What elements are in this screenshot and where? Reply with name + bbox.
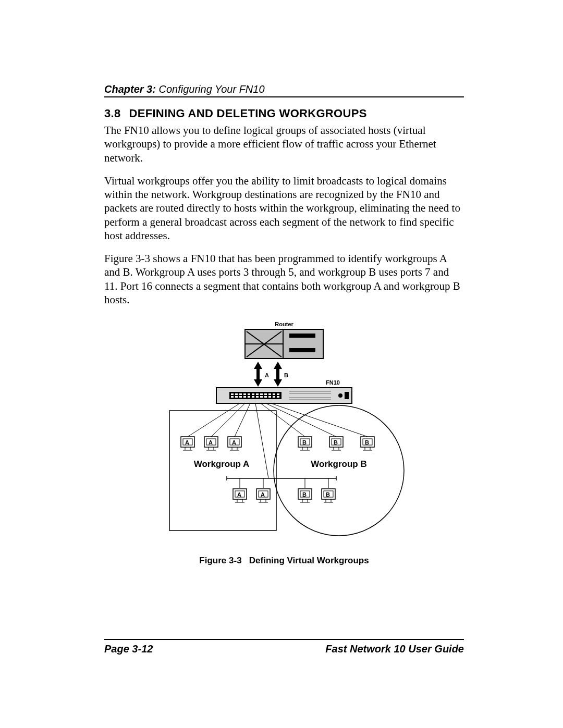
figure-diagram: Router A B FN10 xyxy=(149,322,420,566)
host-a5-label: A xyxy=(261,491,265,498)
svg-rect-21 xyxy=(273,393,275,395)
svg-rect-14 xyxy=(243,393,246,395)
host-b4-label: B xyxy=(302,491,307,498)
svg-rect-16 xyxy=(252,393,254,395)
router-label: Router xyxy=(275,322,293,327)
paragraph-3: Figure 3-3 shows a FN10 that has been pr… xyxy=(104,252,464,306)
paragraph-1: The FN10 allows you to define logical gr… xyxy=(104,124,464,165)
svg-rect-32 xyxy=(268,396,271,398)
svg-rect-40 xyxy=(345,392,349,399)
svg-rect-5 xyxy=(289,334,315,338)
chapter-title: Configuring Your FN10 xyxy=(158,83,264,95)
svg-rect-23 xyxy=(231,396,234,398)
workgroup-a-label: Workgroup A xyxy=(194,459,250,469)
svg-rect-31 xyxy=(264,396,267,398)
svg-rect-30 xyxy=(260,396,263,398)
svg-rect-18 xyxy=(260,393,263,395)
svg-line-41 xyxy=(188,403,240,437)
workgroups-diagram-svg: Router A B FN10 xyxy=(149,322,420,541)
host-b5-label: B xyxy=(326,491,330,498)
svg-rect-22 xyxy=(277,393,279,395)
svg-rect-29 xyxy=(256,396,259,398)
page-footer: Page 3-12 Fast Network 10 User Guide xyxy=(104,639,464,655)
svg-line-42 xyxy=(211,403,245,437)
arrow-a-icon xyxy=(254,362,262,387)
arrow-a-label: A xyxy=(265,372,269,378)
fn10-label: FN10 xyxy=(326,379,340,386)
svg-marker-8 xyxy=(274,362,282,387)
svg-rect-13 xyxy=(239,393,242,395)
host-b3-label: B xyxy=(365,439,369,446)
host-b1-label: B xyxy=(302,439,307,446)
workgroup-a-boundary xyxy=(169,411,276,530)
svg-rect-20 xyxy=(268,393,271,395)
host-a2-label: A xyxy=(209,439,213,446)
svg-rect-17 xyxy=(256,393,259,395)
host-b2-label: B xyxy=(334,439,338,446)
figure-caption-prefix: Figure 3-3 xyxy=(199,556,241,565)
svg-rect-24 xyxy=(235,396,238,398)
svg-line-44 xyxy=(255,403,268,478)
svg-rect-25 xyxy=(239,396,242,398)
section-heading: 3.8DEFINING AND DELETING WORKGROUPS xyxy=(104,107,464,120)
figure-caption: Figure 3-3 Defining Virtual Workgroups xyxy=(149,556,420,566)
host-a1-label: A xyxy=(185,439,189,446)
host-a4-label: A xyxy=(237,491,241,498)
svg-marker-7 xyxy=(254,362,262,387)
svg-rect-10 xyxy=(229,392,282,399)
chapter-header: Chapter 3: Configuring Your FN10 xyxy=(104,83,464,97)
section-title: DEFINING AND DELETING WORKGROUPS xyxy=(129,107,366,120)
host-row-bottom: A A B B xyxy=(233,489,335,502)
footer-guide: Fast Network 10 User Guide xyxy=(325,643,464,655)
arrow-b-icon xyxy=(274,362,282,387)
router-icon xyxy=(245,329,323,359)
svg-rect-19 xyxy=(264,393,267,395)
svg-rect-11 xyxy=(231,393,234,395)
svg-point-39 xyxy=(338,393,342,398)
fn10-device-icon xyxy=(216,388,352,403)
svg-rect-15 xyxy=(248,393,250,395)
svg-rect-33 xyxy=(273,396,275,398)
svg-rect-27 xyxy=(248,396,250,398)
paragraph-2: Virtual workgroups offer you the ability… xyxy=(104,174,464,242)
section-number: 3.8 xyxy=(104,107,120,120)
workgroup-b-boundary xyxy=(274,405,404,536)
arrow-b-label: B xyxy=(284,372,288,378)
chapter-prefix: Chapter 3: xyxy=(104,83,156,95)
svg-rect-28 xyxy=(252,396,254,398)
svg-line-43 xyxy=(235,403,250,437)
figure-caption-text: Defining Virtual Workgroups xyxy=(249,556,369,565)
svg-rect-34 xyxy=(277,396,279,398)
svg-rect-12 xyxy=(235,393,238,395)
svg-rect-26 xyxy=(243,396,246,398)
footer-page: Page 3-12 xyxy=(104,643,153,655)
workgroup-b-label: Workgroup B xyxy=(311,459,366,469)
svg-rect-6 xyxy=(289,348,315,352)
host-a3-label: A xyxy=(232,439,236,446)
